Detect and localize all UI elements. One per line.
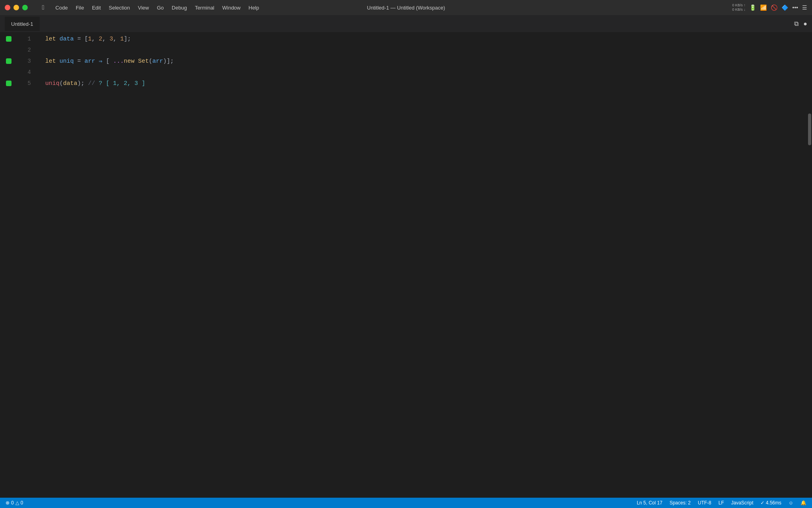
param-arr-2: arr xyxy=(152,58,163,65)
line-num-2: 2 xyxy=(17,44,31,56)
code-line-5: uniq(data); // ? [ 1, 2, 3 ] xyxy=(45,78,806,89)
num-3a: 3 xyxy=(109,36,113,42)
line-num-4: 4 xyxy=(17,67,31,78)
maximize-button[interactable] xyxy=(22,5,28,10)
debug-dot-5[interactable] xyxy=(6,81,11,86)
keyword-let-3: let xyxy=(45,58,59,65)
result-5: ? [ 1, 2, 3 ] xyxy=(99,80,145,87)
menu-terminal[interactable]: Terminal xyxy=(192,4,217,12)
comment-5: // xyxy=(88,80,99,87)
titlebar-left:  Code File Edit Selection View Go Debug… xyxy=(5,3,262,12)
debug-gutter xyxy=(0,33,17,498)
var-data: data xyxy=(59,36,74,42)
traffic-lights xyxy=(5,5,28,10)
var-uniq: uniq xyxy=(59,58,74,65)
battery-icon: 🔋 xyxy=(749,4,756,11)
error-icon: ⊗ xyxy=(6,500,10,506)
semi-1: ; xyxy=(127,36,131,42)
line-num-3: 3 xyxy=(17,56,31,67)
scrollbar-thumb[interactable] xyxy=(808,114,811,145)
num-1a: 1 xyxy=(88,36,92,42)
paren-open-3: ( xyxy=(149,58,152,65)
code-line-1: let data = [1, 2, 3, 1]; xyxy=(45,33,806,44)
menu-go[interactable]: Go xyxy=(154,4,167,12)
close-button[interactable] xyxy=(5,5,10,10)
comma-1a: , xyxy=(92,36,99,42)
wifi-icon: 📶 xyxy=(760,4,767,11)
semi-3: ; xyxy=(170,58,174,65)
tab-filename: Untitled-1 xyxy=(11,21,33,27)
status-language[interactable]: JavaScript xyxy=(731,500,753,506)
status-bell[interactable]: 🔔 xyxy=(801,500,806,506)
titlebar:  Code File Edit Selection View Go Debug… xyxy=(0,0,812,15)
block-icon: 🚫 xyxy=(771,4,778,11)
error-count: 0 xyxy=(11,500,14,506)
class-set: Set xyxy=(138,58,149,65)
status-spaces[interactable]: Spaces: 2 xyxy=(670,500,691,506)
arrow-3: ⇒ xyxy=(99,58,102,65)
status-encoding[interactable]: UTF-8 xyxy=(698,500,711,506)
editor-container: 1 2 3 4 5 let data = [1, 2, 3, 1]; let u… xyxy=(0,33,812,498)
scrollbar[interactable] xyxy=(806,33,812,498)
menu-file[interactable]: File xyxy=(73,4,87,12)
status-ln-col[interactable]: Ln 5, Col 17 xyxy=(637,500,663,506)
warning-count: 0 xyxy=(21,500,23,506)
semi-5: ; xyxy=(81,80,84,87)
code-line-3: let uniq = arr ⇒ [ ...new Set(arr)]; xyxy=(45,56,806,67)
spread-3: ... xyxy=(113,58,124,65)
minimize-button[interactable] xyxy=(13,5,19,10)
apple-menu[interactable]:  xyxy=(39,3,48,12)
menu-code[interactable]: Code xyxy=(52,4,71,12)
status-errors[interactable]: ⊗ 0 △ 0 xyxy=(6,500,23,506)
arg-data: data xyxy=(63,80,77,87)
paren-close-5: ) xyxy=(77,80,81,87)
split-editor-icon[interactable]: ⧉ xyxy=(794,20,799,27)
window-title: Untitled-1 — Untitled (Workspace) xyxy=(367,5,445,11)
paren-open-5: ( xyxy=(59,80,63,87)
line-num-5: 5 xyxy=(17,78,31,89)
status-smiley[interactable]: ☺ xyxy=(789,500,793,506)
bracket-close-1: ] xyxy=(124,36,127,42)
keyword-let-1: let xyxy=(45,36,59,42)
fn-uniq-call: uniq xyxy=(45,80,59,87)
menu-view[interactable]: View xyxy=(135,4,152,12)
menu-bar:  Code File Edit Selection View Go Debug… xyxy=(39,3,262,12)
tab-left: Untitled-1 xyxy=(5,17,40,31)
menu-window[interactable]: Window xyxy=(219,4,244,12)
comma-1b: , xyxy=(102,36,109,42)
line-num-1: 1 xyxy=(17,33,31,44)
warning-icon: △ xyxy=(15,500,19,506)
space-5a xyxy=(84,80,88,87)
num-1b: 1 xyxy=(120,36,124,42)
editor-tab[interactable]: Untitled-1 xyxy=(5,17,40,31)
op-eq-3: = xyxy=(74,58,84,65)
status-bar: ⊗ 0 △ 0 Ln 5, Col 17 Spaces: 2 UTF-8 LF … xyxy=(0,498,812,508)
gutter-line-5 xyxy=(0,78,17,89)
tab-right-icons: ⧉ ● xyxy=(794,20,807,27)
line-numbers: 1 2 3 4 5 xyxy=(17,33,37,498)
space-3a xyxy=(95,58,99,65)
status-eol[interactable]: LF xyxy=(718,500,724,506)
gutter-line-4 xyxy=(0,67,17,78)
code-area[interactable]: let data = [1, 2, 3, 1]; let uniq = arr … xyxy=(37,33,806,498)
titlebar-right: 0 KB/s ↑ 0 KB/s ↓ 🔋 📶 🚫 🔷 ••• ☰ xyxy=(732,3,807,12)
menu-edit[interactable]: Edit xyxy=(89,4,104,12)
space-3b xyxy=(102,58,106,65)
circle-icon[interactable]: ● xyxy=(803,20,807,27)
status-left: ⊗ 0 △ 0 xyxy=(6,500,23,506)
menu-selection[interactable]: Selection xyxy=(105,4,133,12)
menu-debug[interactable]: Debug xyxy=(169,4,190,12)
param-arr: arr xyxy=(84,58,95,65)
finder-icon: 🔷 xyxy=(781,4,788,11)
debug-dot-3[interactable] xyxy=(6,58,11,64)
gutter-line-1 xyxy=(0,33,17,44)
keyword-new-3: new xyxy=(124,58,138,65)
bracket-close-3: ] xyxy=(167,58,170,65)
comma-1c: , xyxy=(113,36,120,42)
paren-close-3: ) xyxy=(163,58,167,65)
menu-help[interactable]: Help xyxy=(245,4,262,12)
debug-dot-1[interactable] xyxy=(6,36,11,42)
status-timing[interactable]: ✓ 4.56ms xyxy=(760,500,781,506)
network-info: 0 KB/s ↑ 0 KB/s ↓ xyxy=(732,3,746,12)
tab-bar: Untitled-1 ⧉ ● xyxy=(0,15,812,33)
